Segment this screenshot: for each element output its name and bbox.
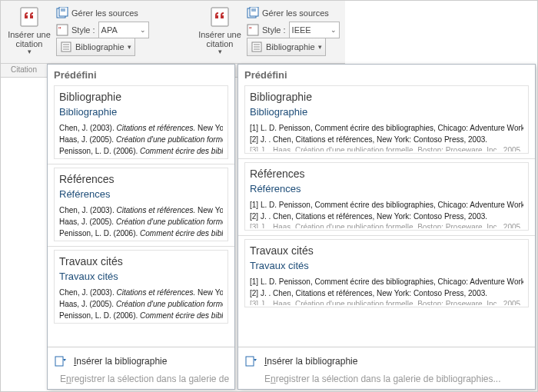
bibliography-button-right[interactable]: Bibliographie ▾ xyxy=(247,38,326,56)
chevron-down-icon: ▾ xyxy=(318,43,322,51)
reference-line: [3] J. . Haas, Création d'une publicatio… xyxy=(250,145,523,151)
style-icon: " xyxy=(247,24,259,36)
style-label: Style : xyxy=(71,25,95,35)
card-head: Travaux cités xyxy=(250,244,523,257)
style-value: APA xyxy=(101,25,118,35)
gallery-item[interactable]: Travaux citésTravaux cités[1] L. D. Peni… xyxy=(244,239,529,307)
reference-line: [1] L. D. Penisson, Comment écrire des b… xyxy=(250,199,523,211)
ribbon-left: Insérer une citation ▾ Gérer les sources… xyxy=(1,1,191,64)
reference-line: Penisson, L. D. (2006). Comment écrire d… xyxy=(59,310,223,321)
gallery-item[interactable]: BibliographieBibliographie[1] L. D. Peni… xyxy=(244,85,529,154)
reference-line: [2] J. . Chen, Citations et références, … xyxy=(250,211,523,222)
reference-line: Penisson, L. D. (2006). Comment écrire d… xyxy=(59,145,223,157)
card-title: Références xyxy=(250,183,523,194)
bibliography-icon xyxy=(60,41,72,53)
insert-citation-label: Insérer une citation xyxy=(8,30,51,48)
svg-rect-22 xyxy=(55,357,63,366)
reference-line: [2] J. . Chen, Citations et références, … xyxy=(250,287,523,299)
card-head: Travaux cités xyxy=(59,255,223,267)
insert-citation-button[interactable]: Insérer une citation ▾ xyxy=(194,4,245,63)
svg-text:": " xyxy=(249,26,252,35)
gallery-item[interactable]: RéférencesRéférences[1] L. D. Penisson, … xyxy=(244,162,529,231)
insert-bibliography-action[interactable]: Insérer la bibliographie xyxy=(244,352,529,370)
bibliography-label: Bibliographie xyxy=(75,42,125,51)
insert-citation-button[interactable]: Insérer une citation ▾ xyxy=(4,4,55,63)
reference-line: Haas, J. (2005). Création d'une publicat… xyxy=(59,216,223,228)
reference-line: [2] J. . Chen, Citations et références, … xyxy=(250,134,523,145)
reference-line: [3] J. . Haas, Création d'une publicatio… xyxy=(250,299,523,305)
bibliography-icon xyxy=(251,41,263,53)
reference-line: [3] J. . Haas, Création d'une publicatio… xyxy=(250,222,523,228)
save-gallery-label-full: registrer la sélection dans la galerie d… xyxy=(276,374,501,384)
chevron-down-icon: ▾ xyxy=(28,48,32,56)
gallery-item[interactable]: RéférencesRéférencesChen, J. (2003). Cit… xyxy=(54,168,228,241)
gallery-predef-label: Prédéfini xyxy=(244,69,529,81)
card-head: Références xyxy=(59,173,223,185)
gallery-predef-label: Prédéfini xyxy=(54,69,228,81)
card-title: Bibliographie xyxy=(59,106,223,118)
reference-line: [1] L. D. Penisson, Comment écrire des b… xyxy=(250,122,523,134)
style-value: IEEE xyxy=(292,25,311,35)
reference-line: Haas, J. (2005). Création d'une publicat… xyxy=(59,134,223,145)
bibliography-gallery-left: Prédéfini BibliographieBibliographieChen… xyxy=(47,64,235,390)
reference-line: Penisson, L. D. (2006). Comment écrire d… xyxy=(59,228,223,239)
card-head: Bibliographie xyxy=(59,91,223,103)
svg-text:": " xyxy=(58,26,61,35)
card-title: Travaux cités xyxy=(250,260,523,271)
svg-rect-0 xyxy=(21,8,38,26)
save-to-gallery-action: Enregistrer la sélection dans la galerie… xyxy=(244,370,529,387)
chevron-down-icon: ▾ xyxy=(218,48,222,56)
reference-line: [1] L. D. Penisson, Comment écrire des b… xyxy=(250,276,523,287)
style-select-left[interactable]: APA ⌄ xyxy=(98,22,149,38)
bibliography-button-left[interactable]: Bibliographie ▾ xyxy=(56,38,135,56)
style-label: Style : xyxy=(262,25,286,35)
svg-rect-13 xyxy=(250,7,258,16)
gallery-item[interactable]: Travaux citésTravaux citésChen, J. (2003… xyxy=(54,250,228,324)
style-icon: " xyxy=(56,24,68,36)
bibliography-gallery-right: Prédéfini BibliographieBibliographie[1] … xyxy=(237,64,536,390)
reference-line: Haas, J. (2005). Création d'une publicat… xyxy=(59,298,223,310)
svg-rect-11 xyxy=(211,8,228,26)
style-select-right[interactable]: IEEE ⌄ xyxy=(289,22,340,38)
insert-bibliography-icon xyxy=(54,355,68,367)
citation-icon xyxy=(208,5,231,28)
insert-biblio-label: nsérer la bibliographie xyxy=(76,356,167,367)
reference-line: Chen, J. (2003). Citations et références… xyxy=(59,122,223,134)
insert-citation-label: Insérer une citation xyxy=(198,30,241,48)
card-title: Références xyxy=(59,188,223,200)
manage-sources-label: Gérer les sources xyxy=(262,8,329,18)
style-row: " Style : IEEE ⌄ xyxy=(247,22,340,38)
manage-sources-icon xyxy=(56,7,68,19)
card-head: Références xyxy=(250,168,523,180)
card-title: Travaux cités xyxy=(59,271,223,282)
save-to-gallery-action: Enregistrer la sélection dans la galerie… xyxy=(54,370,228,387)
chevron-down-icon: ⌄ xyxy=(330,26,337,34)
svg-rect-23 xyxy=(246,357,254,366)
ribbon-group-label-left: Citation xyxy=(1,64,48,78)
chevron-down-icon: ▾ xyxy=(128,43,131,51)
citation-icon xyxy=(18,5,41,28)
manage-sources-label: Gérer les sources xyxy=(71,8,138,18)
card-title: Bibliographie xyxy=(250,106,523,118)
manage-sources-icon xyxy=(247,7,259,19)
insert-biblio-label: nsérer la bibliographie xyxy=(267,356,357,367)
reference-line: Chen, J. (2003). Citations et références… xyxy=(59,204,223,216)
insert-bibliography-icon xyxy=(244,355,258,367)
chevron-down-icon: ⌄ xyxy=(140,26,146,34)
save-gallery-label-short: registrer la sélection dans la galerie d… xyxy=(71,374,229,384)
gallery-item[interactable]: BibliographieBibliographieChen, J. (2003… xyxy=(54,85,228,159)
manage-sources-button[interactable]: Gérer les sources xyxy=(56,5,149,21)
reference-line: Chen, J. (2003). Citations et références… xyxy=(59,287,223,298)
style-row: " Style : APA ⌄ xyxy=(56,22,149,38)
card-head: Bibliographie xyxy=(250,91,523,103)
insert-bibliography-action[interactable]: Insérer la bibliographie xyxy=(54,352,228,370)
svg-rect-2 xyxy=(59,7,68,16)
manage-sources-button[interactable]: Gérer les sources xyxy=(247,5,340,21)
bibliography-label: Bibliographie xyxy=(266,42,315,51)
ribbon-right: Insérer une citation ▾ Gérer les sources… xyxy=(191,1,345,64)
